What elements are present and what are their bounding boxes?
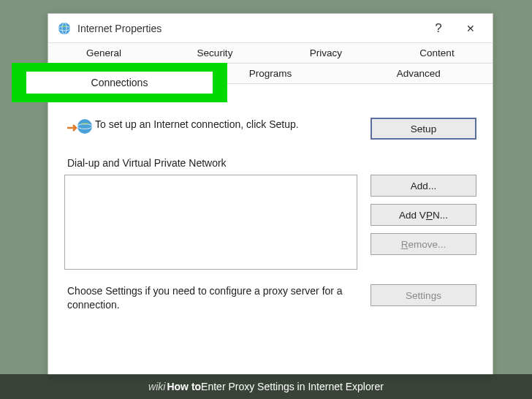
- help-button[interactable]: ?: [422, 21, 455, 36]
- article-caption: wiki How to Enter Proxy Settings in Inte…: [0, 374, 532, 399]
- globe-icon: [57, 21, 72, 36]
- remove-button: Remove...: [370, 233, 476, 255]
- add-vpn-button[interactable]: Add VPN...: [370, 204, 476, 226]
- internet-properties-dialog: Internet Properties ? ✕ General Security…: [48, 13, 493, 375]
- add-button[interactable]: Add...: [370, 175, 476, 197]
- svg-point-2: [77, 119, 92, 134]
- window-title: Internet Properties: [77, 23, 422, 34]
- setup-connection-icon: [64, 118, 95, 138]
- proxy-instruction-text: Choose Settings if you need to configure…: [64, 284, 357, 312]
- tab-content[interactable]: Content: [381, 43, 493, 64]
- settings-button-label: Settings: [406, 290, 441, 301]
- caption-brand: wiki: [148, 381, 165, 392]
- connections-listbox[interactable]: [64, 175, 357, 270]
- tab-general[interactable]: General: [48, 43, 159, 64]
- svg-point-0: [58, 23, 70, 34]
- caption-title: Enter Proxy Settings in Internet Explore…: [201, 381, 384, 392]
- settings-button: Settings: [370, 284, 476, 306]
- add-button-label: Add...: [411, 180, 436, 191]
- setup-instruction-text: To set up an Internet connection, click …: [95, 118, 370, 132]
- tab-security[interactable]: Security: [159, 43, 270, 64]
- titlebar: Internet Properties ? ✕: [48, 14, 493, 43]
- tab-advanced[interactable]: Advanced: [344, 64, 493, 84]
- tab-panel-connections: To set up an Internet connection, click …: [48, 87, 493, 312]
- setup-button-label: Setup: [411, 123, 436, 134]
- caption-how: How to: [167, 381, 201, 392]
- dialup-section-label: Dial-up and Virtual Private Network: [67, 157, 476, 169]
- tab-strip: General Security Privacy Content Program…: [48, 43, 493, 87]
- close-button[interactable]: ✕: [455, 23, 487, 34]
- tab-privacy[interactable]: Privacy: [270, 43, 381, 64]
- setup-button[interactable]: Setup: [370, 118, 476, 140]
